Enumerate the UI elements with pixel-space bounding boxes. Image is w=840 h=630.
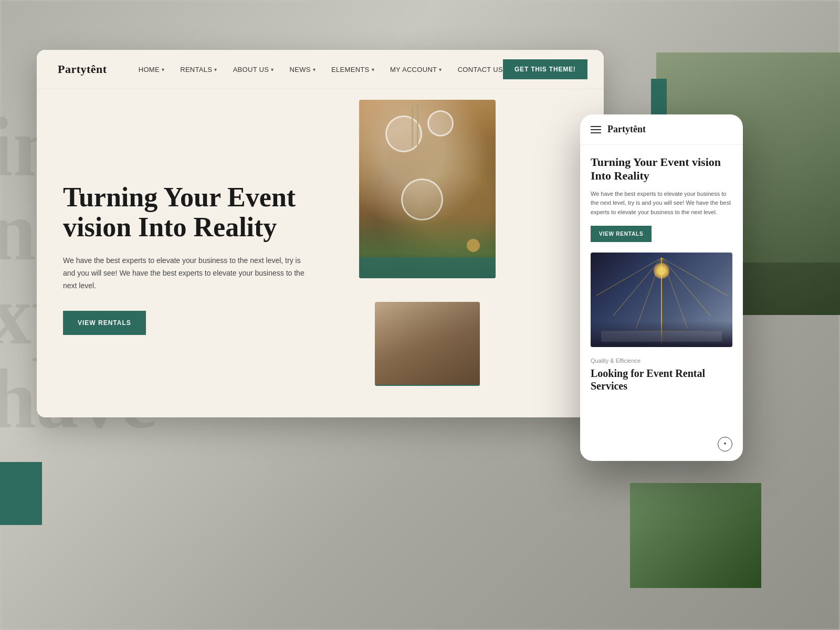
nav-item-about[interactable]: ABOUT US ▾ (233, 66, 274, 74)
hero-right-image (349, 89, 604, 417)
desktop-hero: Turning Your Event vision Into Reality W… (37, 89, 604, 417)
fork-decoration (412, 105, 413, 147)
chevron-down-icon: ▾ (372, 67, 374, 72)
nav-item-my-account[interactable]: MY ACCOUNT ▾ (390, 66, 442, 74)
mobile-navbar: Partytênt (580, 114, 743, 145)
hamburger-line-1 (591, 126, 601, 127)
tent-line-2 (662, 257, 710, 316)
background-greenery (630, 483, 761, 588)
hero-title: Turning Your Event vision Into Reality (63, 182, 322, 242)
tent-line-1 (662, 257, 727, 296)
mobile-card: Partytênt Turning Your Event vision Into… (580, 114, 743, 461)
chevron-down-icon: ▾ (439, 67, 442, 72)
hamburger-line-2 (591, 129, 601, 130)
plate-decoration-3 (401, 178, 443, 220)
quality-label: Quality & Efficience (591, 358, 732, 364)
chevron-down-icon: ▾ (162, 67, 164, 72)
dot-icon: • (724, 440, 727, 448)
mobile-logo: Partytênt (607, 124, 646, 135)
mobile-hero-description: We have the best experts to elevate your… (591, 190, 732, 217)
scroll-indicator-button[interactable]: • (718, 437, 732, 452)
hamburger-line-3 (591, 132, 601, 133)
nav-item-home[interactable]: HOME ▾ (139, 66, 165, 74)
chandelier-decoration (654, 263, 669, 279)
teal-bottom-accent (359, 257, 496, 278)
tent-line-7 (596, 257, 662, 296)
mobile-view-rentals-button[interactable]: VIEW RENTALS (591, 226, 652, 242)
mobile-tent-image (591, 253, 732, 347)
chevron-down-icon: ▾ (271, 67, 274, 72)
knife-decoration (417, 105, 418, 147)
view-rentals-button[interactable]: VIEW RENTALS (63, 311, 146, 335)
nav-item-news[interactable]: NEWS ▾ (290, 66, 316, 74)
hamburger-menu-button[interactable] (591, 126, 601, 133)
table-decor-image (375, 302, 480, 386)
mobile-section-title: Looking for Event Rental Services (591, 367, 732, 392)
mobile-hero-title: Turning Your Event vision Into Reality (591, 155, 732, 183)
desktop-nav: HOME ▾ RENTALS ▾ ABOUT US ▾ NEWS ▾ ELEME… (139, 66, 503, 74)
hero-left-content: Turning Your Event vision Into Reality W… (37, 89, 349, 417)
chevron-down-icon: ▾ (214, 67, 217, 72)
table-setting-image (359, 100, 496, 278)
nav-item-elements[interactable]: ELEMENTS ▾ (331, 66, 374, 74)
hero-description: We have the best experts to elevate your… (63, 255, 304, 292)
wax-seal (467, 239, 480, 252)
desktop-card: Partytênt HOME ▾ RENTALS ▾ ABOUT US ▾ NE… (37, 50, 604, 417)
desktop-logo: Partytênt (58, 62, 107, 76)
chevron-down-icon: ▾ (313, 67, 316, 72)
desktop-navbar: Partytênt HOME ▾ RENTALS ▾ ABOUT US ▾ NE… (37, 50, 604, 89)
mobile-quality-section: Quality & Efficience Looking for Event R… (591, 358, 732, 392)
get-theme-button[interactable]: GET THIS THEME! (503, 59, 587, 79)
mobile-content[interactable]: Turning Your Event vision Into Reality W… (580, 145, 743, 460)
nav-item-rentals[interactable]: RENTALS ▾ (180, 66, 217, 74)
plate-decoration-2 (427, 110, 454, 136)
nav-item-contact[interactable]: CONTACT US (458, 66, 503, 74)
table-silhouette (601, 331, 722, 342)
background-teal-accent (0, 462, 42, 525)
